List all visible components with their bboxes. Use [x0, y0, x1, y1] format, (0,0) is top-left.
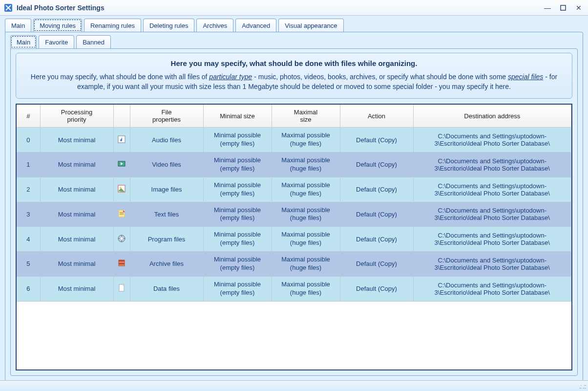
outer-tab-advanced[interactable]: Advanced	[235, 19, 276, 32]
svg-point-11	[121, 238, 123, 239]
outer-tab-renaming-rules[interactable]: Renaming rules	[84, 19, 141, 32]
info-text: Here you may specify, what should be don…	[31, 73, 209, 81]
table-row[interactable]: 6Most minimalData filesMinimal possible(…	[17, 276, 571, 301]
inner-tab-panel: Here you may specify, what should be don…	[10, 48, 578, 376]
processing-priority: Most minimal	[40, 252, 113, 277]
emphasis-special-files: special files	[508, 73, 543, 81]
file-properties: Program files	[130, 227, 203, 252]
row-index: 3	[17, 202, 40, 227]
row-index: 6	[17, 276, 40, 301]
minimal-size: Minimal possible(empty files)	[203, 128, 272, 152]
column-header[interactable]: Destination address	[413, 105, 571, 128]
rules-table-header: #ProcessingpriorityFilepropertiesMinimal…	[17, 105, 571, 128]
processing-priority: Most minimal	[40, 128, 113, 152]
column-header[interactable]: Fileproperties	[130, 105, 203, 128]
maximal-size: Maximal possible(huge files)	[272, 152, 340, 177]
column-header[interactable]: Minimal size	[203, 105, 272, 128]
maximal-size: Maximal possible(huge files)	[272, 177, 340, 202]
outer-tab-panel: MainFavoriteBanned Here you may specify,…	[5, 32, 583, 381]
table-row[interactable]: 3Most minimalText filesMinimal possible(…	[17, 202, 571, 227]
file-properties: Image files	[130, 177, 203, 202]
file-type-icon	[113, 252, 130, 277]
table-row[interactable]: 0Most minimalAudio filesMinimal possible…	[17, 128, 571, 152]
svg-rect-1	[561, 5, 566, 10]
table-row[interactable]: 1Most minimalVideo filesMinimal possible…	[17, 152, 571, 177]
close-button[interactable]: ✕	[573, 3, 584, 12]
table-row[interactable]: 5Most minimalArchive filesMinimal possib…	[17, 252, 571, 277]
action: Default (Copy)	[340, 252, 413, 277]
info-panel: Here you may specify, what should be don…	[16, 53, 572, 99]
column-header[interactable]: Action	[340, 105, 413, 128]
window-controls: — ✕	[542, 3, 584, 12]
minimize-button[interactable]: —	[542, 3, 553, 12]
outer-tab-moving-rules[interactable]: Moving rules	[33, 19, 82, 32]
file-type-icon	[113, 177, 130, 202]
titlebar: Ideal Photo Sorter Settings — ✕	[0, 0, 588, 16]
rules-table-container: #ProcessingpriorityFilepropertiesMinimal…	[16, 104, 572, 370]
column-header[interactable]: Maximalsize	[272, 105, 340, 128]
file-type-icon	[113, 152, 130, 177]
window-title: Ideal Photo Sorter Settings	[17, 4, 105, 12]
maximize-button[interactable]	[558, 3, 568, 12]
minimal-size: Minimal possible(empty files)	[203, 152, 272, 177]
file-properties: Archive files	[130, 252, 203, 277]
maximal-size: Maximal possible(huge files)	[272, 227, 340, 252]
svg-rect-13	[119, 260, 125, 261]
info-heading: Here you may specify, what should be don…	[25, 59, 563, 67]
column-header[interactable]: Processingpriority	[40, 105, 113, 128]
table-row[interactable]: 2Most minimalImage filesMinimal possible…	[17, 177, 571, 202]
action: Default (Copy)	[340, 128, 413, 152]
rules-table-body: 0Most minimalAudio filesMinimal possible…	[17, 128, 571, 301]
action: Default (Copy)	[340, 276, 413, 301]
app-icon	[4, 3, 13, 12]
destination-address: C:\Documents and Settings\uptodown-3\Esc…	[413, 252, 571, 277]
maximal-size: Maximal possible(huge files)	[272, 128, 340, 152]
destination-address: C:\Documents and Settings\uptodown-3\Esc…	[413, 276, 571, 301]
processing-priority: Most minimal	[40, 152, 113, 177]
table-row[interactable]: 4Most minimalProgram filesMinimal possib…	[17, 227, 571, 252]
row-index: 2	[17, 177, 40, 202]
info-text: - music, photos, videos, books, archives…	[252, 73, 508, 81]
file-properties: Text files	[130, 202, 203, 227]
outer-tab-archives[interactable]: Archives	[196, 19, 233, 32]
file-properties: Video files	[130, 152, 203, 177]
file-type-icon	[113, 276, 130, 301]
inner-tab-favorite[interactable]: Favorite	[39, 35, 74, 48]
column-header[interactable]	[113, 105, 130, 128]
action: Default (Copy)	[340, 202, 413, 227]
maximal-size: Maximal possible(huge files)	[272, 276, 340, 301]
file-type-icon	[113, 227, 130, 252]
destination-address: C:\Documents and Settings\uptodown-3\Esc…	[413, 128, 571, 152]
inner-tab-banned[interactable]: Banned	[76, 35, 111, 48]
outer-tab-deleting-rules[interactable]: Deleting rules	[143, 19, 195, 32]
outer-tab-main[interactable]: Main	[5, 19, 31, 32]
inner-tab-main[interactable]: Main	[10, 35, 37, 48]
resize-grip-icon[interactable]: .: .::	[579, 383, 586, 390]
outer-tab-visual-appearance[interactable]: Visual appearance	[278, 19, 343, 32]
file-properties: Audio files	[130, 128, 203, 152]
minimal-size: Minimal possible(empty files)	[203, 252, 272, 277]
svg-rect-14	[119, 263, 125, 264]
action: Default (Copy)	[340, 227, 413, 252]
status-bar: .: .::	[0, 380, 588, 391]
action: Default (Copy)	[340, 152, 413, 177]
minimal-size: Minimal possible(empty files)	[203, 276, 272, 301]
minimal-size: Minimal possible(empty files)	[203, 202, 272, 227]
destination-address: C:\Documents and Settings\uptodown-3\Esc…	[413, 227, 571, 252]
row-index: 0	[17, 128, 40, 152]
inner-tab-strip: MainFavoriteBanned	[5, 35, 583, 48]
file-properties: Data files	[130, 276, 203, 301]
outer-tab-strip: MainMoving rulesRenaming rulesDeleting r…	[0, 16, 588, 32]
file-type-icon	[113, 128, 130, 152]
maximal-size: Maximal possible(huge files)	[272, 202, 340, 227]
column-header[interactable]: #	[17, 105, 40, 128]
processing-priority: Most minimal	[40, 227, 113, 252]
minimal-size: Minimal possible(empty files)	[203, 227, 272, 252]
processing-priority: Most minimal	[40, 276, 113, 301]
action: Default (Copy)	[340, 177, 413, 202]
row-index: 4	[17, 227, 40, 252]
rules-table-scroll[interactable]: 0Most minimalAudio filesMinimal possible…	[17, 128, 571, 369]
emphasis-particular-type: particular type	[209, 73, 252, 81]
row-index: 5	[17, 252, 40, 277]
info-description: Here you may specify, what should be don…	[25, 72, 563, 91]
